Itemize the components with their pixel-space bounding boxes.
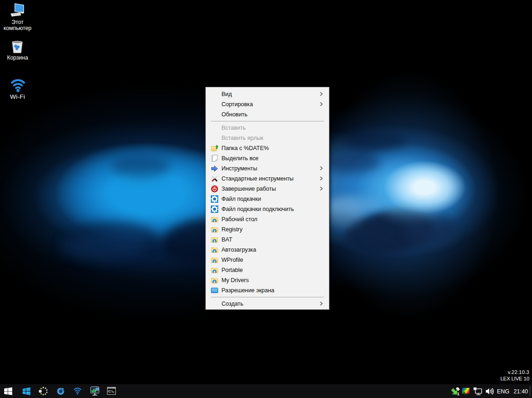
svg-text:C:\: C:\ [108, 389, 113, 393]
svg-text:1: 1 [457, 391, 460, 395]
